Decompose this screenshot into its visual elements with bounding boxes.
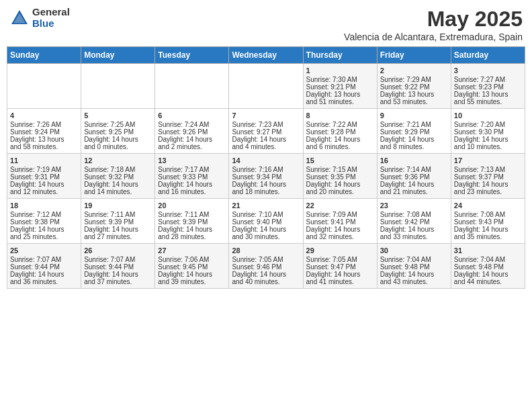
cell-text: and 25 minutes. [10,233,78,240]
logo-blue: Blue [32,18,70,30]
cell-text: Daylight: 14 hours [380,181,448,188]
calendar-cell: 10Sunrise: 7:20 AMSunset: 9:30 PMDayligh… [451,109,525,154]
calendar-cell: 26Sunrise: 7:07 AMSunset: 9:44 PMDayligh… [81,244,155,289]
cell-text: Sunset: 9:22 PM [380,83,448,91]
cell-text: Daylight: 14 hours [454,181,522,188]
logo-general: General [32,7,70,18]
cell-text: Sunrise: 7:20 AM [454,121,522,128]
cell-text: Daylight: 14 hours [454,226,522,233]
calendar-table: SundayMondayTuesdayWednesdayThursdayFrid… [7,46,525,289]
cell-text: Sunset: 9:35 PM [306,173,374,181]
cell-text: and 40 minutes. [232,278,300,285]
day-number: 2 [380,66,448,75]
col-header-friday: Friday [377,47,451,64]
cell-text: Sunset: 9:21 PM [306,83,374,91]
logo-text: General Blue [32,7,70,29]
cell-text: Sunset: 9:33 PM [158,173,226,181]
cell-text: and 14 minutes. [84,188,152,195]
day-number: 7 [232,111,300,120]
cell-text: Sunset: 9:42 PM [380,218,448,226]
cell-text: Daylight: 14 hours [454,271,522,278]
cell-text: Sunrise: 7:10 AM [232,211,300,218]
day-number: 3 [454,66,522,75]
cell-text: Sunset: 9:28 PM [306,128,374,136]
day-number: 24 [454,201,522,210]
cell-text: Sunrise: 7:15 AM [306,166,374,173]
calendar-cell: 11Sunrise: 7:19 AMSunset: 9:31 PMDayligh… [7,154,81,199]
col-header-thursday: Thursday [303,47,377,64]
calendar-cell: 14Sunrise: 7:16 AMSunset: 9:34 PMDayligh… [229,154,303,199]
cell-text: and 0 minutes. [84,143,152,150]
day-number: 15 [306,156,374,165]
cell-text: and 35 minutes. [454,233,522,240]
cell-text: Sunset: 9:41 PM [306,218,374,226]
calendar-cell: 12Sunrise: 7:18 AMSunset: 9:32 PMDayligh… [81,154,155,199]
cell-text: Sunset: 9:45 PM [158,263,226,271]
cell-text: Sunrise: 7:25 AM [84,121,152,128]
cell-text: Daylight: 14 hours [158,271,226,278]
cell-text: Daylight: 14 hours [306,226,374,233]
cell-text: and 16 minutes. [158,188,226,195]
calendar-cell: 25Sunrise: 7:07 AMSunset: 9:44 PMDayligh… [7,244,81,289]
cell-text: and 32 minutes. [306,233,374,240]
cell-text: and 41 minutes. [306,278,374,285]
cell-text: Daylight: 14 hours [380,226,448,233]
cell-text: Sunset: 9:25 PM [84,128,152,136]
cell-text: Daylight: 14 hours [10,226,78,233]
cell-text: Sunset: 9:39 PM [84,218,152,226]
calendar-header: SundayMondayTuesdayWednesdayThursdayFrid… [7,47,525,64]
cell-text: Sunrise: 7:07 AM [10,256,78,263]
cell-text: Daylight: 14 hours [232,181,300,188]
cell-text: Daylight: 14 hours [158,181,226,188]
calendar-cell: 1Sunrise: 7:30 AMSunset: 9:21 PMDaylight… [303,64,377,109]
day-number: 12 [84,156,152,165]
cell-text: Daylight: 14 hours [454,136,522,143]
cell-text: Sunset: 9:37 PM [454,173,522,181]
col-header-wednesday: Wednesday [229,47,303,64]
calendar-cell: 4Sunrise: 7:26 AMSunset: 9:24 PMDaylight… [7,109,81,154]
calendar-cell: 17Sunrise: 7:13 AMSunset: 9:37 PMDayligh… [451,154,525,199]
day-number: 25 [10,246,78,255]
cell-text: Sunset: 9:44 PM [84,263,152,271]
cell-text: Sunset: 9:32 PM [84,173,152,181]
calendar-cell: 23Sunrise: 7:08 AMSunset: 9:42 PMDayligh… [377,199,451,244]
cell-text: Sunrise: 7:23 AM [232,121,300,128]
day-number: 19 [84,201,152,210]
calendar-cell: 30Sunrise: 7:04 AMSunset: 9:48 PMDayligh… [377,244,451,289]
cell-text: Sunset: 9:36 PM [380,173,448,181]
cell-text: and 53 minutes. [380,98,448,105]
day-number: 22 [306,201,374,210]
cell-text: Sunrise: 7:19 AM [10,166,78,173]
day-number: 8 [306,111,374,120]
cell-text: Sunset: 9:23 PM [454,83,522,91]
cell-text: Sunset: 9:26 PM [158,128,226,136]
cell-text: Daylight: 13 hours [380,91,448,98]
cell-text: Sunrise: 7:08 AM [454,211,522,218]
col-header-sunday: Sunday [7,47,81,64]
cell-text: and 8 minutes. [380,143,448,150]
cell-text: and 27 minutes. [84,233,152,240]
cell-text: Sunrise: 7:21 AM [380,121,448,128]
calendar-cell: 22Sunrise: 7:09 AMSunset: 9:41 PMDayligh… [303,199,377,244]
cell-text: Daylight: 13 hours [10,136,78,143]
day-number: 6 [158,111,226,120]
cell-text: Sunset: 9:40 PM [232,218,300,226]
cell-text: Sunset: 9:27 PM [232,128,300,136]
cell-text: Sunset: 9:31 PM [10,173,78,181]
cell-text: Sunrise: 7:09 AM [306,211,374,218]
calendar-cell: 6Sunrise: 7:24 AMSunset: 9:26 PMDaylight… [155,109,229,154]
cell-text: Daylight: 14 hours [84,271,152,278]
cell-text: and 28 minutes. [158,233,226,240]
cell-text: and 18 minutes. [232,188,300,195]
day-number: 27 [158,246,226,255]
day-number: 14 [232,156,300,165]
calendar-cell: 27Sunrise: 7:06 AMSunset: 9:45 PMDayligh… [155,244,229,289]
cell-text: Daylight: 14 hours [158,226,226,233]
cell-text: Sunrise: 7:04 AM [380,256,448,263]
cell-text: Sunrise: 7:06 AM [158,256,226,263]
cell-text: Sunrise: 7:26 AM [10,121,78,128]
cell-text: Sunset: 9:46 PM [232,263,300,271]
cell-text: Sunset: 9:43 PM [454,218,522,226]
calendar-cell: 21Sunrise: 7:10 AMSunset: 9:40 PMDayligh… [229,199,303,244]
page-header: General Blue May 2025 Valencia de Alcant… [7,7,525,42]
